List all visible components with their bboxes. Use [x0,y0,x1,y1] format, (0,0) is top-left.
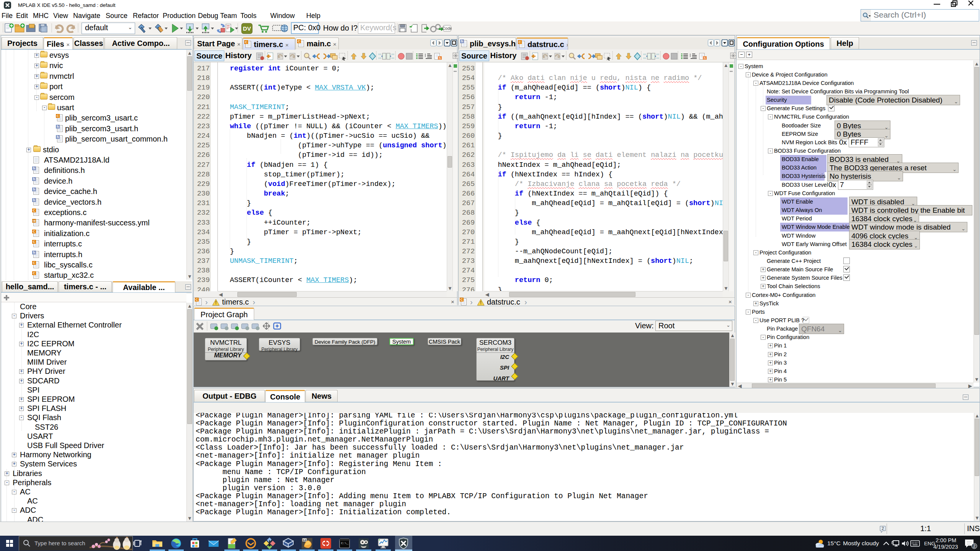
svg-text:2: 2 [973,544,975,548]
svg-text:Code: Code [442,26,452,31]
svg-text:!: ! [215,300,217,305]
svg-text:2: 2 [882,526,884,531]
svg-text:DV: DV [243,25,251,32]
svg-text:h: h [704,56,706,60]
svg-text:C:\_: C:\_ [341,541,348,545]
svg-text:64: 64 [303,538,306,542]
svg-text:h: h [439,56,441,60]
svg-text:!: ! [480,300,482,305]
